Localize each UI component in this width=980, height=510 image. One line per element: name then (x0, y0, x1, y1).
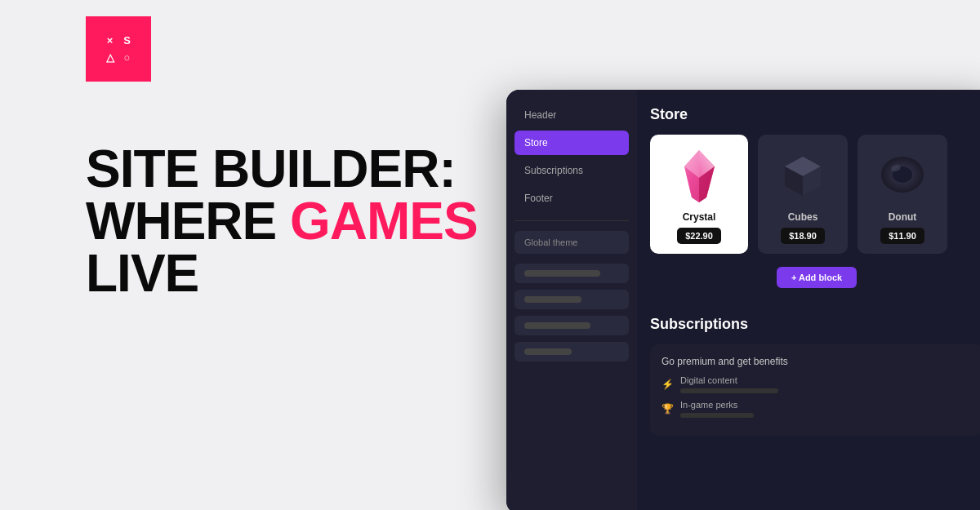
crystal-price: $22.90 (677, 228, 721, 244)
logo-symbol-x: × (103, 33, 117, 47)
sidebar-divider (514, 220, 629, 221)
hero-line2: WHERE GAMES (86, 195, 478, 247)
logo: × S △ ○ (86, 16, 151, 82)
store-cards-row: Crystal $22.90 (650, 135, 980, 254)
hero-line1: SITE BUILDER: (86, 143, 478, 195)
sidebar-item-header[interactable]: Header (514, 103, 629, 127)
add-block-label: + Add block (791, 273, 842, 282)
store-card-donut[interactable]: Donut $11.90 (858, 135, 947, 254)
sub-feature-perks-label: In-game perks (680, 400, 754, 410)
subscriptions-card: Go premium and get benefits ⚡ Digital co… (650, 344, 980, 436)
logo-symbol-circle: ○ (120, 51, 134, 64)
store-card-cubes[interactable]: Cubes $18.90 (758, 135, 848, 254)
crystal-image (670, 146, 728, 203)
sidebar-placeholder-2 (514, 290, 629, 309)
sub-feature-digital: ⚡ Digital content (662, 375, 972, 393)
sub-feature-perks: 🏆 In-game perks (662, 400, 972, 418)
subscriptions-title: Subscriptions (650, 316, 980, 333)
hero-line3: LIVE (86, 247, 478, 299)
subscriptions-section: Subscriptions Go premium and get benefit… (650, 316, 980, 436)
cubes-price: $18.90 (781, 228, 825, 244)
store-section: Store (650, 106, 980, 303)
hero-line2-highlight: GAMES (290, 192, 478, 251)
ui-panel: Header Store Subscriptions Footer Global… (506, 90, 980, 510)
sidebar-item-subscriptions[interactable]: Subscriptions (514, 158, 629, 183)
sidebar-item-store[interactable]: Store (514, 131, 629, 155)
sub-feature-bar (680, 413, 754, 418)
hero-text: SITE BUILDER: WHERE GAMES LIVE (86, 143, 478, 299)
sidebar-placeholder-4 (514, 342, 629, 361)
crystal-card-name: Crystal (660, 211, 738, 223)
placeholder-bar (524, 270, 600, 277)
sidebar-placeholder-3 (514, 316, 629, 335)
placeholder-bar (524, 322, 590, 329)
trophy-icon: 🏆 (662, 403, 674, 415)
sidebar-item-global-theme[interactable]: Global theme (514, 231, 629, 254)
store-title: Store (650, 106, 980, 123)
sub-feature-bar (680, 388, 778, 393)
add-block-button[interactable]: + Add block (777, 267, 857, 288)
sidebar-placeholder-1 (514, 264, 629, 283)
lightning-icon: ⚡ (662, 379, 674, 390)
main-content: Store (637, 90, 980, 510)
placeholder-bar (524, 296, 581, 303)
sub-headline: Go premium and get benefits (662, 356, 972, 367)
logo-symbol-triangle: △ (103, 51, 117, 64)
logo-symbol-s: S (120, 33, 134, 47)
placeholder-bar (524, 348, 572, 355)
store-card-crystal[interactable]: Crystal $22.90 (650, 135, 748, 254)
donut-price: $11.90 (880, 228, 924, 244)
cubes-card-name: Cubes (768, 211, 838, 223)
cubes-image (774, 146, 831, 203)
sub-feature-digital-label: Digital content (680, 375, 778, 385)
sidebar: Header Store Subscriptions Footer Global… (506, 90, 637, 510)
sidebar-item-footer[interactable]: Footer (514, 186, 629, 211)
hero-line2-prefix: WHERE (86, 192, 290, 251)
donut-image (874, 146, 931, 203)
donut-card-name: Donut (867, 211, 938, 223)
